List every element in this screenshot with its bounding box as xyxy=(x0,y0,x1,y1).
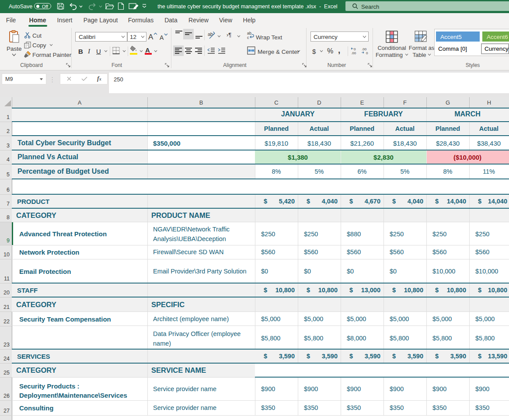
svg-text:0: 0 xyxy=(366,51,368,55)
svg-text:.00: .00 xyxy=(362,47,367,51)
svg-text:ab: ab xyxy=(247,31,251,35)
svg-text:0: 0 xyxy=(354,47,356,51)
svg-text:c: c xyxy=(247,35,249,39)
svg-text:.00: .00 xyxy=(351,51,356,55)
